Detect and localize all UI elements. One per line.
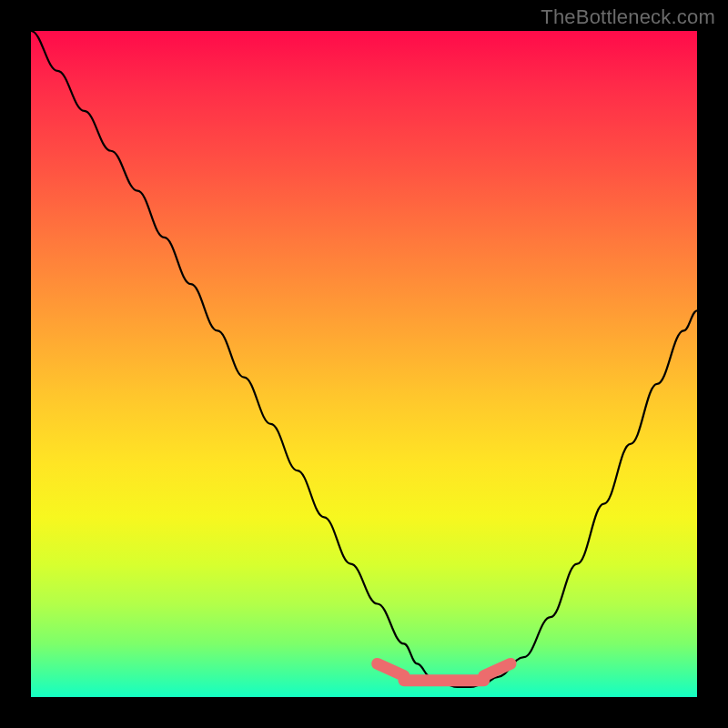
plot-area [31,31,697,697]
watermark-text: TheBottleneck.com [541,5,715,29]
highlight-band [378,663,511,680]
chart-frame: TheBottleneck.com [0,0,728,728]
highlight-segment [378,663,404,675]
chart-svg [31,31,697,697]
curve-line [31,31,697,687]
highlight-segment [484,663,511,675]
